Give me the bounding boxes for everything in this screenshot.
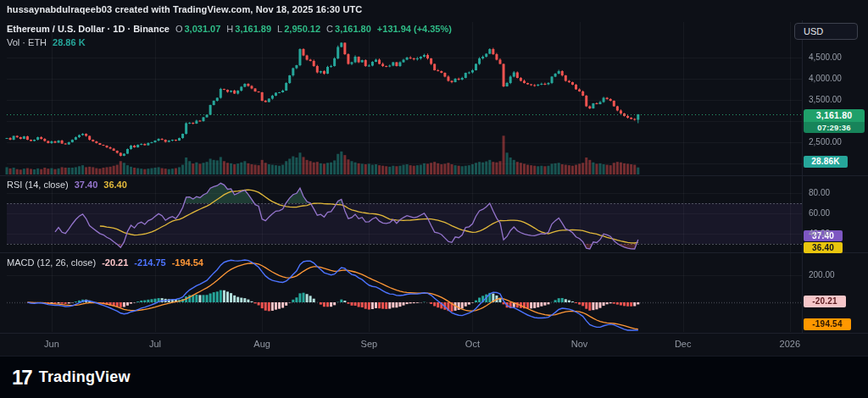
volume-label: Vol · ETH — [7, 37, 47, 47]
attribution-text: hussaynabdulraqeeb03 created with Tradin… — [7, 4, 362, 14]
time-tick-label: Jul — [149, 339, 161, 349]
ohlc-high: 3,161.89 — [235, 24, 271, 34]
axis-tick-label: 40.00 — [809, 229, 830, 238]
axis-tick-label: 2,500.00 — [809, 137, 842, 146]
macd-legend: MACD (12, 26, close) -20.21 -214.75 -194… — [7, 257, 203, 268]
rsi-legend: RSI (14, close) 37.40 36.40 — [7, 180, 127, 190]
open-label: O — [175, 24, 183, 34]
rsi-title: RSI (14, close) — [7, 180, 69, 190]
change-value: +131.94 (+4.35%) — [377, 24, 452, 34]
symbol-title: Ethereum / U.S. Dollar · 1D · Binance — [7, 24, 170, 34]
time-tick-label: Nov — [571, 339, 588, 349]
price-axis[interactable]: 3,161.80 07:29:36 28.86K 37.40 36.40 -20… — [802, 0, 868, 334]
price-badge: 3,161.80 07:29:36 — [804, 109, 865, 133]
macd-hist-value: -20.21 — [102, 257, 128, 268]
time-tick-label: Aug — [253, 339, 270, 349]
axis-tick-label: 80.00 — [809, 188, 830, 197]
axis-tick-label: 4,500.00 — [809, 53, 842, 62]
macd-signal-value: -194.54 — [172, 257, 203, 268]
macd-title: MACD (12, 26, close) — [7, 257, 96, 268]
symbol-legend: Ethereum / U.S. Dollar · 1D · Binance O3… — [7, 24, 452, 34]
macd-signal-badge: -194.54 — [804, 318, 851, 330]
volume-badge: 28.86K — [804, 156, 848, 168]
axis-tick-label: 200.00 — [809, 270, 835, 279]
time-tick-label: Dec — [675, 339, 692, 349]
low-label: L — [277, 24, 282, 34]
ohlc-open: 3,031.07 — [185, 24, 221, 34]
tradingview-snapshot: hussaynabdulraqeeb03 created with Tradin… — [0, 0, 868, 398]
time-tick-label: Sep — [361, 339, 378, 349]
axis-tick-label: 3,500.00 — [809, 95, 842, 104]
time-tick-label: 2026 — [780, 339, 800, 349]
ohlc-low: 2,950.12 — [284, 24, 320, 34]
macd-line-value: -214.75 — [134, 257, 165, 268]
axis-tick-label: 60.00 — [809, 208, 830, 218]
volume-value: 28.86 K — [53, 37, 86, 47]
time-tick-label: Jun — [44, 339, 59, 349]
tradingview-logo-icon[interactable]: 17 — [12, 366, 31, 390]
price-badge-countdown: 07:29:36 — [804, 122, 865, 133]
volume-legend: Vol · ETH 28.86 K — [7, 37, 86, 47]
rsi-ma-value: 36.40 — [103, 180, 127, 190]
price-badge-value: 3,161.80 — [804, 109, 865, 122]
ohlc-close: 3,161.80 — [335, 24, 371, 34]
time-tick-label: Oct — [465, 339, 480, 349]
axis-tick-label: 4,000.00 — [809, 74, 842, 83]
high-label: H — [226, 24, 233, 34]
tradingview-wordmark[interactable]: TradingView — [39, 368, 131, 386]
close-label: C — [326, 24, 333, 34]
footer-bar: 17 TradingView — [0, 356, 868, 398]
time-axis[interactable]: JunJulAugSepOctNovDec2026 — [0, 334, 868, 356]
macd-hist-badge: -20.21 — [804, 296, 846, 307]
rsi-value: 37.40 — [75, 180, 98, 190]
rsi-ma-badge: 36.40 — [804, 242, 843, 253]
